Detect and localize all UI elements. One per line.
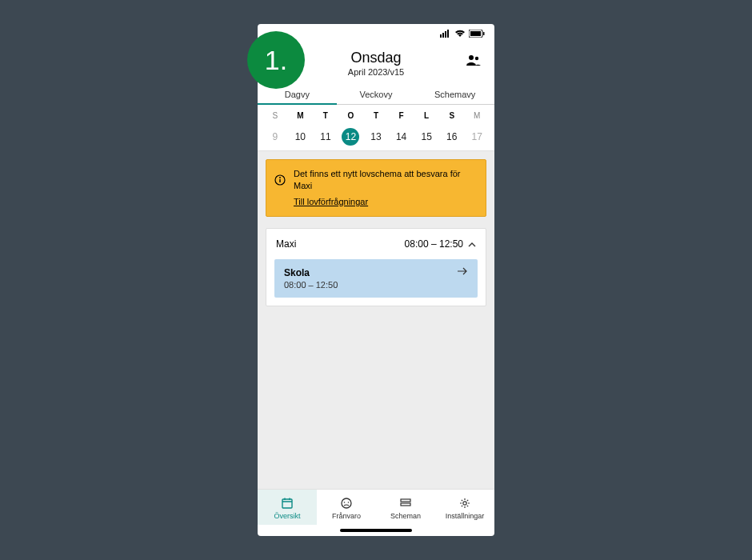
svg-rect-13	[282, 499, 292, 508]
card-time: 08:00 – 12:50	[405, 238, 463, 250]
cellular-icon	[440, 29, 451, 40]
day-number: 12	[342, 128, 359, 146]
svg-point-22	[463, 502, 466, 505]
status-icons	[440, 29, 485, 40]
view-tabs: Dagvy Veckovy Schemavy	[258, 83, 494, 105]
card-header[interactable]: Maxi 08:00 – 12:50	[266, 229, 486, 259]
day-column[interactable]: F14	[389, 111, 414, 146]
tab-label: Schemavy	[434, 90, 475, 99]
svg-point-17	[342, 498, 351, 508]
annotation-badge-text: 1.	[265, 45, 287, 76]
day-number: 17	[465, 128, 490, 146]
wifi-icon	[454, 29, 466, 40]
day-letter: S	[439, 111, 465, 120]
day-letter: S	[262, 111, 288, 120]
nav-label: Frånvaro	[332, 512, 361, 520]
day-letter: M	[288, 111, 314, 120]
home-bar[interactable]	[340, 529, 412, 532]
svg-rect-6	[483, 32, 485, 35]
nav-oversikt[interactable]: Översikt	[258, 490, 317, 525]
content-area: Det finns ett nytt lovschema att besvara…	[258, 151, 494, 489]
tab-veckovy[interactable]: Veckovy	[337, 83, 416, 104]
day-column[interactable]: M10	[288, 111, 314, 146]
day-column[interactable]: L15	[414, 111, 439, 146]
svg-rect-12	[279, 179, 280, 182]
phone-frame: Onsdag April 2023/v15 Dagvy Veckovy Sche…	[258, 24, 494, 536]
svg-point-11	[279, 177, 281, 178]
event-item[interactable]: Skola 08:00 – 12:50	[274, 259, 478, 298]
nav-installningar[interactable]: Inställningar	[435, 490, 494, 525]
week-strip: S9M10T11O12T13F14L15S16M17	[258, 105, 494, 151]
card-child-name: Maxi	[276, 238, 296, 250]
calendar-icon	[258, 496, 317, 510]
svg-rect-1	[442, 33, 444, 38]
day-letter: T	[363, 111, 389, 120]
event-time: 08:00 – 12:50	[284, 280, 338, 290]
tab-label: Dagvy	[285, 90, 310, 99]
info-icon	[274, 174, 286, 189]
day-number: 11	[313, 128, 338, 146]
chevron-up-icon	[468, 238, 476, 250]
home-indicator	[258, 525, 494, 536]
nav-scheman[interactable]: Scheman	[376, 490, 435, 525]
day-column[interactable]: T13	[363, 111, 389, 146]
day-letter: T	[313, 111, 338, 120]
battery-icon	[469, 29, 485, 40]
day-column[interactable]: T11	[313, 111, 338, 146]
tab-label: Veckovy	[360, 90, 393, 99]
svg-point-19	[348, 502, 350, 503]
svg-point-8	[469, 55, 474, 60]
day-column[interactable]: S9	[262, 111, 288, 146]
day-letter: M	[465, 111, 490, 120]
schedule-card: Maxi 08:00 – 12:50 Skola 08:00 – 12:50	[266, 228, 486, 306]
nav-label: Inställningar	[446, 512, 485, 520]
day-column[interactable]: S16	[439, 111, 465, 146]
day-number: 14	[389, 128, 414, 146]
tab-schemavy[interactable]: Schemavy	[415, 83, 494, 104]
gear-icon	[435, 496, 494, 510]
face-icon	[317, 496, 376, 510]
day-letter: L	[414, 111, 439, 120]
annotation-badge: 1.	[247, 31, 305, 89]
svg-rect-20	[401, 499, 410, 502]
svg-point-9	[475, 57, 478, 60]
day-column[interactable]: O12	[338, 111, 364, 146]
day-column[interactable]: M17	[465, 111, 490, 146]
svg-rect-5	[470, 31, 481, 36]
svg-rect-3	[447, 30, 449, 38]
day-number: 9	[262, 128, 288, 146]
arrow-right-icon	[457, 267, 468, 277]
day-number: 10	[288, 128, 314, 146]
svg-rect-0	[440, 34, 442, 38]
day-letter: O	[338, 111, 364, 120]
alert-banner: Det finns ett nytt lovschema att besvara…	[266, 159, 486, 217]
nav-label: Scheman	[390, 512, 421, 520]
bottom-nav: Översikt Frånvaro Scheman Inställningar	[258, 489, 494, 525]
list-icon	[376, 496, 435, 510]
svg-point-18	[344, 502, 346, 503]
day-number: 13	[363, 128, 389, 146]
day-number: 15	[414, 128, 439, 146]
people-icon[interactable]	[466, 54, 482, 69]
day-letter: F	[389, 111, 414, 120]
nav-label: Översikt	[274, 512, 300, 520]
day-number: 16	[439, 128, 465, 146]
svg-rect-21	[401, 503, 410, 506]
event-title: Skola	[284, 267, 338, 278]
alert-text: Det finns ett nytt lovschema att besvara…	[294, 168, 478, 193]
nav-franvaro[interactable]: Frånvaro	[317, 490, 376, 525]
svg-rect-2	[445, 31, 446, 38]
alert-link[interactable]: Till lovförfrågningar	[294, 196, 368, 208]
